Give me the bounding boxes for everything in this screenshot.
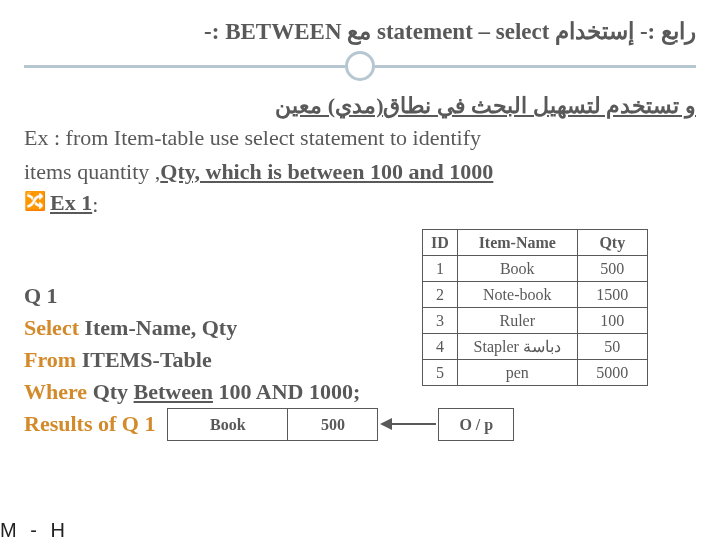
example-intro-line1: Ex : from Item-table use select statemen… bbox=[24, 123, 696, 153]
table-row: 2Note-book1500 bbox=[423, 282, 648, 308]
section-divider bbox=[24, 51, 696, 85]
col-name: Item-Name bbox=[457, 230, 577, 256]
slide-title: رابع :- إستخدام statement – select مع -:… bbox=[24, 18, 696, 51]
col-qty: Qty bbox=[577, 230, 647, 256]
arabic-note: و تستخدم لتسهيل البحث في نطاق(مدي) معين bbox=[24, 93, 696, 119]
table-row: 3Ruler100 bbox=[423, 308, 648, 334]
footer-author: M - H bbox=[0, 519, 69, 540]
output-label: O / p bbox=[438, 408, 514, 441]
arrow-left-icon bbox=[378, 409, 438, 439]
table-row: 4Stapler دباسة50 bbox=[423, 334, 648, 360]
bullet-icon: 🔀 bbox=[24, 190, 46, 212]
col-id: ID bbox=[423, 230, 458, 256]
items-table: ID Item-Name Qty 1Book500 2Note-book1500… bbox=[422, 229, 648, 386]
ex1-label: Ex 1 bbox=[50, 190, 92, 216]
svg-marker-1 bbox=[380, 418, 392, 430]
example-intro-line2: items quantity ,Qty, which is between 10… bbox=[24, 157, 696, 187]
table-row: 1Book500 bbox=[423, 256, 648, 282]
table-row: 5pen5000 bbox=[423, 360, 648, 386]
results-label: Results of Q 1 bbox=[24, 408, 155, 440]
result-table: Book 500 bbox=[167, 408, 378, 441]
